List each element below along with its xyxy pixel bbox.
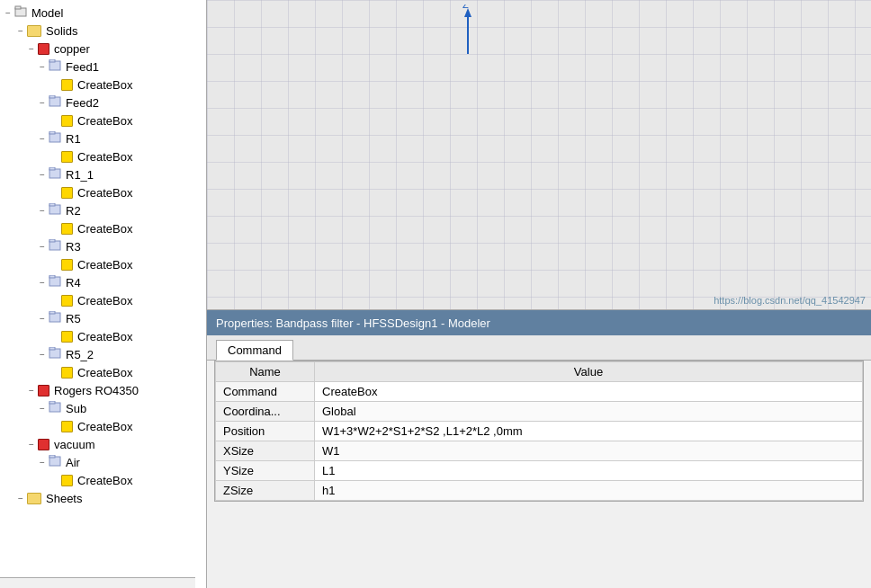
expand-icon-air[interactable]: − [36, 458, 49, 468]
tree-item-r3-createbox[interactable]: CreateBox [0, 255, 206, 273]
svg-rect-5 [49, 95, 55, 98]
expand-icon-model[interactable]: − [2, 8, 14, 18]
tree-item-sheets[interactable]: − Sheets [0, 489, 206, 507]
tree-label-r1-1: R1_1 [66, 168, 94, 182]
table-row[interactable]: PositionW1+3*W2+2*S1+2*S2 ,L1+2*L2 ,0mm [216, 422, 863, 441]
r5-2-createbox-icon [61, 367, 73, 379]
tree-label-r3-cb: CreateBox [77, 258, 132, 272]
tree-item-r1[interactable]: − R1 [0, 129, 206, 147]
svg-text:Z: Z [462, 4, 469, 10]
tree-label-feed1-cb: CreateBox [77, 78, 132, 92]
expand-icon-feed2[interactable]: − [36, 98, 49, 108]
tree-item-r2-createbox[interactable]: CreateBox [0, 219, 206, 237]
tree-label-feed2-cb: CreateBox [77, 114, 132, 128]
r4-folder-icon [49, 275, 61, 287]
expand-icon-r5-2[interactable]: − [36, 350, 49, 360]
tab-command[interactable]: Command [216, 340, 293, 361]
tree-label-r3: R3 [66, 240, 81, 254]
expand-icon-solids[interactable]: − [14, 26, 27, 36]
tree-item-r5[interactable]: − R5 [0, 309, 206, 327]
folder-icon-solids [27, 25, 41, 37]
tree-item-r1-1-createbox[interactable]: CreateBox [0, 183, 206, 201]
svg-rect-3 [49, 59, 55, 62]
feed1-createbox-icon [61, 79, 73, 91]
expand-icon-copper[interactable]: − [25, 44, 38, 54]
table-row[interactable]: YSizeL1 [216, 461, 863, 481]
tree-item-air-createbox[interactable]: CreateBox [0, 471, 206, 489]
expand-icon-r1-1[interactable]: − [36, 170, 49, 180]
tree-item-feed2-createbox[interactable]: CreateBox [0, 111, 206, 129]
expand-icon-feed1[interactable]: − [36, 62, 49, 72]
tree-item-sub-createbox[interactable]: CreateBox [0, 417, 206, 435]
tree-item-solids[interactable]: − Solids [0, 22, 206, 40]
air-folder-icon [49, 455, 61, 467]
tree-label-r5-2-cb: CreateBox [77, 366, 132, 379]
tree-root-model[interactable]: − Model [0, 4, 206, 22]
properties-panel: Properties: Bandpass filter - HFSSDesign… [207, 309, 871, 588]
tree-label-copper: copper [54, 42, 90, 56]
svg-rect-13 [49, 239, 55, 242]
prop-value-cell: W1+3*W2+2*S1+2*S2 ,L1+2*L2 ,0mm [315, 422, 863, 441]
table-row[interactable]: ZSizeh1 [216, 481, 863, 501]
tree-label-r2-cb: CreateBox [77, 222, 132, 236]
expand-icon-vacuum[interactable]: − [25, 440, 38, 450]
expand-icon-r5[interactable]: − [36, 314, 49, 324]
3d-view-area[interactable]: Z https://blog.csdn.net/qq_41542947 [207, 0, 871, 309]
tree-item-sub[interactable]: − Sub [0, 399, 206, 417]
expand-icon-rogers[interactable]: − [25, 386, 38, 396]
tree-item-r3[interactable]: − R3 [0, 237, 206, 255]
expand-icon-sheets[interactable]: − [14, 494, 27, 503]
tree-label-r5-2: R5_2 [66, 348, 94, 361]
svg-rect-1 [15, 6, 21, 9]
tree-item-r2[interactable]: − R2 [0, 201, 206, 219]
properties-title: Properties: Bandpass filter - HFSSDesign… [216, 316, 490, 330]
tree-item-feed2[interactable]: − Feed2 [0, 94, 206, 111]
tree-item-vacuum[interactable]: − vacuum [0, 435, 206, 453]
table-row[interactable]: Coordina...Global [216, 402, 863, 422]
tree-item-copper[interactable]: − copper [0, 40, 206, 58]
feed2-folder-icon [49, 95, 61, 107]
feed1-folder-icon [49, 59, 61, 71]
tree-label-r2: R2 [66, 204, 81, 218]
expand-icon-r3[interactable]: − [36, 242, 49, 252]
svg-rect-23 [49, 455, 55, 458]
r4-createbox-icon [61, 295, 73, 307]
right-panel: Z https://blog.csdn.net/qq_41542947 Prop… [207, 0, 871, 588]
table-row[interactable]: CommandCreateBox [216, 382, 863, 402]
expand-icon-sub[interactable]: − [36, 404, 49, 414]
tree-label-sub-cb: CreateBox [77, 420, 132, 433]
tree-label-feed2: Feed2 [66, 96, 99, 110]
vacuum-icon [38, 439, 49, 450]
r5-createbox-icon [61, 331, 73, 343]
tree-item-r1-1[interactable]: − R1_1 [0, 165, 206, 183]
tree-item-r1-createbox[interactable]: CreateBox [0, 147, 206, 165]
tree-item-r5-createbox[interactable]: CreateBox [0, 327, 206, 345]
grid-background [207, 0, 871, 309]
svg-rect-11 [49, 203, 55, 206]
expand-icon-r1[interactable]: − [36, 134, 49, 144]
tree-item-r4-createbox[interactable]: CreateBox [0, 291, 206, 309]
prop-value-cell: Global [315, 402, 863, 422]
svg-rect-9 [49, 167, 55, 170]
expand-icon-r4[interactable]: − [36, 278, 49, 288]
sub-createbox-icon [61, 421, 73, 432]
prop-name-cell: YSize [216, 461, 315, 481]
tree-item-rogers[interactable]: − Rogers RO4350 [0, 381, 206, 399]
r2-createbox-icon [61, 223, 73, 235]
tree-item-r5-2-createbox[interactable]: CreateBox [0, 363, 206, 381]
h-scrollbar[interactable] [0, 577, 195, 588]
tree-label-r4: R4 [66, 276, 81, 290]
tree-label-r4-cb: CreateBox [77, 294, 132, 307]
tree-item-air[interactable]: − Air [0, 453, 206, 471]
prop-value-cell: h1 [315, 481, 863, 501]
tree-item-feed1[interactable]: − Feed1 [0, 58, 206, 76]
tree-item-r5-2[interactable]: − R5_2 [0, 345, 206, 363]
folder-icon-sheets [27, 493, 41, 504]
tree-item-r4[interactable]: − R4 [0, 273, 206, 291]
expand-icon-r2[interactable]: − [36, 206, 49, 216]
properties-tabs: Command [207, 335, 871, 361]
model-tree[interactable]: − Model − Solids − copper − [0, 0, 207, 588]
tree-label-r1-cb: CreateBox [77, 150, 132, 164]
table-row[interactable]: XSizeW1 [216, 441, 863, 461]
tree-item-feed1-createbox[interactable]: CreateBox [0, 76, 206, 94]
